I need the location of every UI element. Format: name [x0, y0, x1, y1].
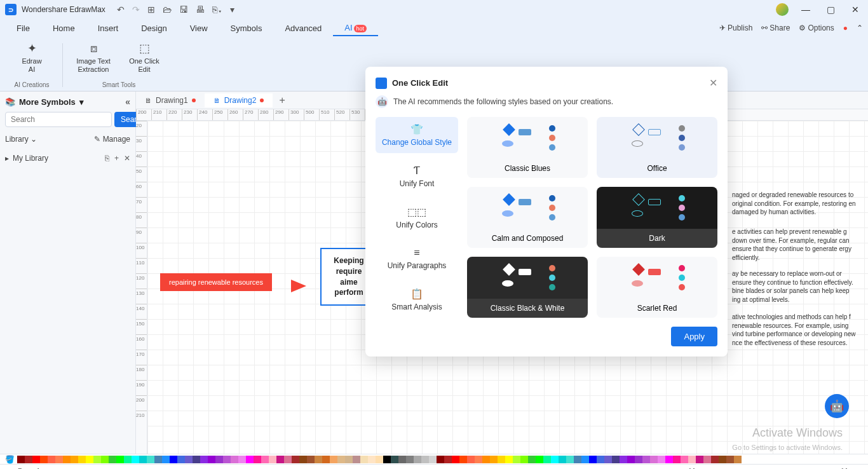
color-swatch[interactable] — [391, 456, 398, 463]
add-lib-icon[interactable]: + — [114, 154, 119, 163]
my-library-item[interactable]: ▸ My Library ⎘ + ✕ — [5, 151, 130, 165]
color-swatch[interactable] — [421, 456, 429, 463]
color-swatch[interactable] — [520, 456, 528, 463]
color-swatch[interactable] — [513, 456, 520, 463]
menu-home[interactable]: Home — [41, 21, 86, 36]
color-swatch[interactable] — [71, 456, 78, 463]
image-text-extraction-button[interactable]: ⧈ Image Text Extraction — [73, 42, 114, 74]
color-swatch[interactable] — [452, 456, 459, 463]
share-button[interactable]: ⚯ Share — [761, 24, 790, 32]
color-swatch[interactable] — [292, 456, 299, 463]
color-swatch[interactable] — [223, 456, 231, 463]
tab-drawing1[interactable]: 🗎Drawing1 — [136, 93, 205, 107]
unify-paragraphs-button[interactable]: ≡Unify Paragraphs — [376, 241, 458, 276]
menu-file[interactable]: File — [5, 21, 41, 36]
publish-button[interactable]: ✈ Publish — [719, 24, 752, 32]
color-swatch[interactable] — [597, 456, 604, 463]
color-swatch[interactable] — [437, 456, 444, 463]
color-swatch[interactable] — [25, 456, 32, 463]
color-swatch[interactable] — [574, 456, 581, 463]
style-office[interactable]: Office — [597, 117, 717, 178]
menu-insert[interactable]: Insert — [86, 21, 130, 36]
unify-colors-button[interactable]: ⬚⬚Unify Colors — [376, 200, 458, 236]
color-swatch[interactable] — [444, 456, 452, 463]
open-icon[interactable]: 🗁 — [163, 4, 172, 15]
menu-symbols[interactable]: Symbols — [219, 21, 274, 36]
text-block-2[interactable]: e activities can help prevent renewable … — [732, 228, 859, 262]
text-block-4[interactable]: ative technologies and methods can help … — [732, 313, 859, 347]
color-swatch[interactable] — [459, 456, 467, 463]
color-swatch[interactable] — [315, 456, 322, 463]
color-swatch[interactable] — [406, 456, 414, 463]
library-dropdown[interactable]: Library ⌄ — [5, 135, 37, 144]
color-swatch[interactable] — [101, 456, 109, 463]
color-swatch[interactable] — [719, 456, 726, 463]
color-swatch[interactable] — [254, 456, 261, 463]
color-swatch[interactable] — [193, 456, 200, 463]
print-icon[interactable]: 🖶 — [196, 4, 205, 15]
color-swatch[interactable] — [665, 456, 673, 463]
color-swatch[interactable] — [627, 456, 635, 463]
color-swatch[interactable] — [330, 456, 337, 463]
maximize-icon[interactable]: ▢ — [823, 3, 839, 16]
options-button[interactable]: ⚙ Options — [799, 24, 834, 32]
color-swatch[interactable] — [147, 456, 154, 463]
modal-close-button[interactable]: ✕ — [709, 77, 717, 89]
color-swatch[interactable] — [604, 456, 612, 463]
color-swatch[interactable] — [299, 456, 307, 463]
color-swatch[interactable] — [162, 456, 170, 463]
color-swatch[interactable] — [589, 456, 597, 463]
color-swatch[interactable] — [673, 456, 681, 463]
color-swatch[interactable] — [734, 456, 742, 463]
export-icon[interactable]: ⎘▾ — [212, 4, 222, 15]
color-swatch[interactable] — [490, 456, 498, 463]
menu-ai[interactable]: AIhot — [333, 20, 378, 36]
color-swatch[interactable] — [17, 456, 25, 463]
search-input[interactable] — [5, 112, 112, 127]
color-swatch[interactable] — [528, 456, 536, 463]
new-tab-button[interactable]: + — [273, 92, 291, 109]
color-swatch[interactable] — [109, 456, 116, 463]
color-swatch[interactable] — [688, 456, 696, 463]
color-swatch[interactable] — [185, 456, 193, 463]
text-block-1[interactable]: naged or degraded renewable resources to… — [732, 191, 859, 217]
color-swatch[interactable] — [231, 456, 238, 463]
color-swatch[interactable] — [132, 456, 139, 463]
notification-icon[interactable]: ● — [843, 24, 848, 32]
menu-advanced[interactable]: Advanced — [273, 21, 333, 36]
export-lib-icon[interactable]: ⎘ — [105, 154, 109, 163]
color-swatch[interactable] — [498, 456, 505, 463]
color-swatch[interactable] — [681, 456, 688, 463]
color-swatch[interactable] — [429, 456, 437, 463]
style-calm-composed[interactable]: Calm and Composed — [467, 187, 588, 248]
color-swatch[interactable] — [658, 456, 665, 463]
more-symbols-header[interactable]: 📚 More Symbols▾ « — [5, 97, 130, 107]
color-swatch[interactable] — [48, 456, 55, 463]
color-swatch[interactable] — [276, 456, 284, 463]
color-swatch[interactable] — [543, 456, 551, 463]
color-swatch[interactable] — [696, 456, 703, 463]
color-swatch[interactable] — [650, 456, 658, 463]
color-swatch[interactable] — [635, 456, 642, 463]
text-block-3[interactable]: ay be necessary to replace worn-out or e… — [732, 269, 859, 304]
one-click-edit-button[interactable]: ⬚ One Click Edit — [124, 42, 165, 74]
color-swatch[interactable] — [612, 456, 620, 463]
color-swatch[interactable] — [353, 456, 360, 463]
paint-bucket-icon[interactable]: 🪣 — [5, 455, 15, 464]
color-swatch[interactable] — [322, 456, 330, 463]
color-swatch[interactable] — [215, 456, 223, 463]
close-lib-icon[interactable]: ✕ — [124, 154, 130, 163]
edraw-ai-button[interactable]: ✦ Edraw AI — [11, 42, 52, 74]
change-global-style-button[interactable]: 👕Change Global Style — [376, 117, 458, 153]
color-swatch[interactable] — [475, 456, 482, 463]
color-swatch[interactable] — [726, 456, 734, 463]
collapse-ribbon-icon[interactable]: ⌃ — [857, 24, 863, 32]
color-swatch[interactable] — [414, 456, 421, 463]
collapse-sidebar-icon[interactable]: « — [125, 97, 130, 107]
color-swatch[interactable] — [482, 456, 490, 463]
color-swatch[interactable] — [86, 456, 93, 463]
ai-chat-button[interactable]: 🤖 — [825, 394, 849, 418]
smart-analysis-button[interactable]: 📋Smart Analysis — [376, 282, 458, 318]
color-swatch[interactable] — [32, 456, 40, 463]
color-swatch[interactable] — [376, 456, 383, 463]
